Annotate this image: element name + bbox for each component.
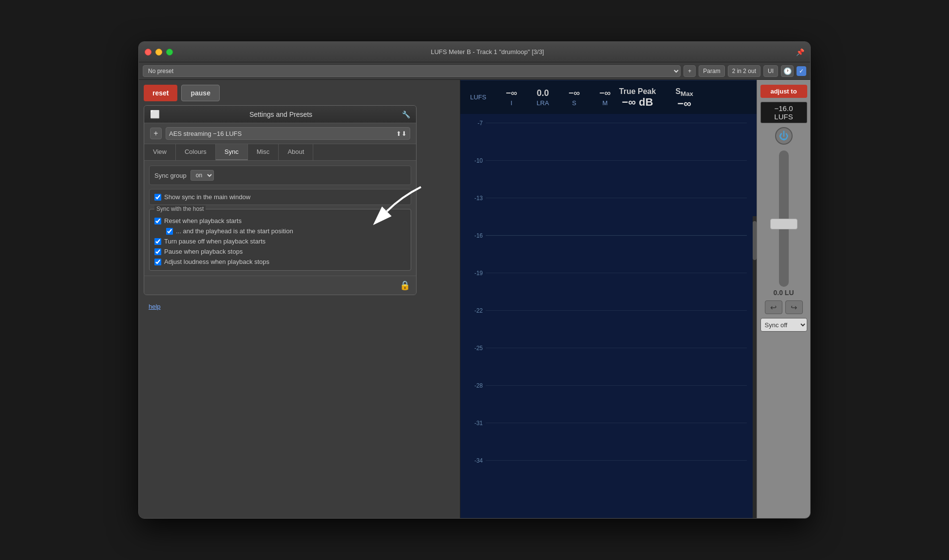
fader-thumb[interactable] — [770, 219, 797, 229]
settings-footer: 🔒 — [144, 276, 416, 295]
tab-sync[interactable]: Sync — [216, 144, 248, 160]
settings-title: Settings and Presets — [164, 111, 398, 118]
fader-container — [769, 149, 798, 285]
lra-col: 0.0 LRA — [537, 88, 549, 107]
db-line-22: -22 — [470, 307, 747, 314]
settings-panel: ⬜ Settings and Presets 🔧 + AES streaming… — [144, 105, 417, 295]
sync-off-select[interactable]: Sync off Sync on — [760, 318, 807, 332]
sync-checkbox[interactable]: ✓ — [797, 66, 806, 76]
lufs-unit-label: LUFS — [470, 93, 486, 101]
sync-label-3[interactable]: Pause when playback stops — [164, 248, 243, 255]
right-panel: True Peak −∞ dB SMax −∞ -7 -10 — [460, 80, 757, 518]
sync-host-box: Sync with the host Reset when playback s… — [149, 209, 411, 271]
db-line-10: -10 — [470, 157, 747, 164]
sync-item-0: Reset when playback starts — [154, 217, 406, 224]
redo-button[interactable]: ↪ — [785, 300, 803, 314]
lufs-display: −16.0 LUFS — [760, 102, 807, 123]
settings-tabs: View Colours Sync Misc About — [144, 144, 416, 161]
sync-group-select[interactable]: on — [190, 170, 214, 181]
left-panel: reset pause ⬜ Settings and Presets 🔧 + A… — [139, 80, 460, 518]
tab-colours[interactable]: Colours — [176, 144, 216, 160]
sync-checkbox-0[interactable] — [154, 218, 161, 224]
clock-icon-button[interactable]: 🕐 — [781, 65, 794, 77]
db-line-13: -13 — [470, 195, 747, 202]
lra-value: 0.0 — [537, 88, 549, 98]
settings-preset-row: + AES streaming −16 LUFS ⬆⬇ — [144, 123, 416, 144]
settings-add-button[interactable]: + — [150, 128, 162, 139]
plus-button[interactable]: + — [683, 65, 696, 77]
help-link[interactable]: help — [144, 299, 455, 314]
undo-redo-row: ↩ ↪ — [765, 300, 803, 314]
db-line-31: -31 — [470, 420, 747, 427]
sync-item-4: Adjust loudness when playback stops — [154, 258, 406, 265]
integrated-col: −∞ I — [506, 88, 517, 107]
preset-select[interactable]: No preset — [143, 65, 681, 77]
smax-label: SMax — [675, 87, 693, 97]
undo-button[interactable]: ↩ — [765, 300, 782, 314]
db-line-25: -25 — [470, 345, 747, 352]
db-scale: -7 -10 -13 -16 -19 — [470, 104, 747, 479]
sync-content: Sync group on Show sync in the main wind… — [144, 161, 416, 276]
fader-track — [779, 150, 789, 287]
integrated-value: −∞ — [506, 88, 517, 98]
pause-button[interactable]: pause — [181, 85, 219, 101]
sync-checkbox-3[interactable] — [154, 248, 161, 255]
tab-about[interactable]: About — [279, 144, 313, 160]
wrench-icon: 🔧 — [402, 111, 410, 118]
true-peak-label: True Peak — [619, 87, 656, 96]
lufs-label-col: LUFS — [470, 93, 486, 101]
ui-button[interactable]: UI — [763, 65, 778, 77]
sync-host-items: Reset when playback starts ... and the p… — [154, 217, 406, 265]
db-line-28: -28 — [470, 382, 747, 389]
show-sync-label[interactable]: Show sync in the main window — [164, 193, 250, 201]
right-sidebar: adjust to −16.0 LUFS ⏻ 0.0 LU ↩ ↪ Sync o… — [757, 80, 810, 518]
short-value: −∞ — [569, 88, 580, 98]
sync-label-0[interactable]: Reset when playback starts — [164, 217, 242, 224]
reset-button[interactable]: reset — [144, 85, 177, 101]
db-line-34: -34 — [470, 457, 747, 464]
minimize-button[interactable] — [155, 49, 162, 56]
tab-view[interactable]: View — [144, 144, 176, 160]
main-window: LUFS Meter B - Track 1 "drumloop" [3/3] … — [138, 41, 811, 519]
lu-value-display: 0.0 LU — [773, 289, 794, 297]
sync-item-3: Pause when playback stops — [154, 248, 406, 255]
show-sync-checkbox-item: Show sync in the main window — [154, 193, 250, 201]
sync-item-1: ... and the playhead is at the start pos… — [154, 227, 406, 235]
show-sync-checkbox[interactable] — [154, 194, 161, 201]
main-content: reset pause ⬜ Settings and Presets 🔧 + A… — [139, 80, 810, 518]
tab-misc[interactable]: Misc — [248, 144, 279, 160]
toolbar: No preset + Param 2 in 2 out UI 🕐 ✓ — [139, 62, 810, 80]
settings-header: ⬜ Settings and Presets 🔧 — [144, 106, 416, 123]
adjust-to-button[interactable]: adjust to — [760, 85, 807, 98]
db-line-16: -16 — [470, 232, 747, 239]
sync-checkbox-4[interactable] — [154, 259, 161, 265]
maximize-button[interactable] — [166, 49, 173, 56]
settings-header-icon: ⬜ — [150, 110, 160, 119]
sync-host-title: Sync with the host — [154, 205, 206, 212]
sync-checkbox-1[interactable] — [166, 228, 173, 235]
titlebar: LUFS Meter B - Track 1 "drumloop" [3/3] … — [139, 42, 810, 62]
pin-icon: 📌 — [796, 48, 804, 56]
preset-dropdown[interactable]: AES streaming −16 LUFS ⬆⬇ — [166, 127, 410, 140]
sync-show-row: Show sync in the main window — [149, 189, 411, 205]
action-buttons: reset pause — [144, 85, 455, 101]
io-display: 2 in 2 out — [728, 65, 760, 77]
sync-checkbox-2[interactable] — [154, 238, 161, 245]
sync-group-label: Sync group — [154, 172, 187, 179]
sync-group-row: Sync group on — [149, 166, 411, 185]
momentary-value: −∞ — [599, 88, 610, 98]
sync-label-2[interactable]: Turn pause off when playback starts — [164, 238, 266, 245]
db-line-19: -19 — [470, 270, 747, 277]
power-button[interactable]: ⏻ — [775, 127, 793, 145]
sync-label-1[interactable]: ... and the playhead is at the start pos… — [176, 227, 293, 235]
sync-item-2: Turn pause off when playback starts — [154, 238, 406, 245]
scrollbar-thumb[interactable] — [753, 221, 757, 260]
preset-select-container: No preset — [143, 65, 681, 77]
close-button[interactable] — [145, 49, 152, 56]
lock-icon[interactable]: 🔒 — [399, 280, 410, 291]
sync-label-4[interactable]: Adjust loudness when playback stops — [164, 258, 269, 265]
momentary-col: −∞ M — [599, 88, 610, 107]
param-button[interactable]: Param — [699, 65, 724, 77]
short-col: −∞ S — [569, 88, 580, 107]
traffic-lights — [145, 49, 173, 56]
